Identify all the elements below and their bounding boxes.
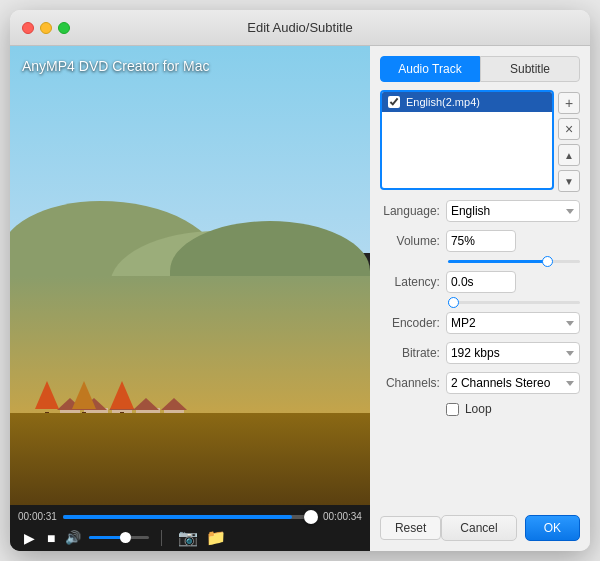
traffic-lights xyxy=(22,22,70,34)
language-select[interactable]: English xyxy=(446,200,580,222)
close-button[interactable] xyxy=(22,22,34,34)
scene-background xyxy=(10,46,370,505)
volume-slider-fill xyxy=(448,260,547,263)
main-content: AnyMP4 DVD Creator for Mac 00:00:31 00:0… xyxy=(10,46,590,551)
progress-thumb xyxy=(304,510,318,524)
time-end: 00:00:34 xyxy=(323,511,362,522)
track-checkbox[interactable] xyxy=(388,96,400,108)
encoder-row: Encoder: MP2 xyxy=(380,312,580,334)
progress-bar-row: 00:00:31 00:00:34 xyxy=(18,511,362,522)
track-list-container: English(2.mp4) + × ▲ ▼ xyxy=(380,90,580,192)
language-row: Language: English xyxy=(380,200,580,222)
track-list-buttons: + × ▲ ▼ xyxy=(558,90,580,192)
volume-input[interactable]: 75% xyxy=(447,231,516,251)
time-start: 00:00:31 xyxy=(18,511,57,522)
tab-audio-track[interactable]: Audio Track xyxy=(380,56,480,82)
cancel-button[interactable]: Cancel xyxy=(441,515,516,541)
add-track-button[interactable]: + xyxy=(558,92,580,114)
cam-icons: 📷 📁 xyxy=(178,528,226,547)
controls-row: ▶ ■ 🔊 📷 📁 xyxy=(18,528,362,547)
screenshot-icon[interactable]: 📷 xyxy=(178,528,198,547)
volume-icon: 🔊 xyxy=(65,530,81,545)
channels-label: Channels: xyxy=(380,376,440,390)
video-watermark: AnyMP4 DVD Creator for Mac xyxy=(22,58,210,74)
tab-bar: Audio Track Subtitle xyxy=(380,56,580,82)
bottom-buttons: Reset Cancel OK xyxy=(380,515,580,541)
loop-label: Loop xyxy=(465,402,492,416)
move-down-button[interactable]: ▼ xyxy=(558,170,580,192)
volume-thumb xyxy=(120,532,131,543)
volume-slider-thumb xyxy=(542,256,553,267)
encoder-select[interactable]: MP2 xyxy=(446,312,580,334)
language-label: Language: xyxy=(380,204,440,218)
bitrate-label: Bitrate: xyxy=(380,346,440,360)
ok-button[interactable]: OK xyxy=(525,515,580,541)
edit-audio-subtitle-window: Edit Audio/Subtitle xyxy=(10,10,590,551)
track-list: English(2.mp4) xyxy=(380,90,554,190)
channels-row: Channels: 2 Channels Stereo xyxy=(380,372,580,394)
volume-label: Volume: xyxy=(380,234,440,248)
maximize-button[interactable] xyxy=(58,22,70,34)
reset-button[interactable]: Reset xyxy=(380,516,441,540)
progress-fill xyxy=(63,515,292,519)
volume-slider[interactable] xyxy=(89,536,149,539)
divider xyxy=(161,530,162,546)
window-title: Edit Audio/Subtitle xyxy=(247,20,353,35)
minimize-button[interactable] xyxy=(40,22,52,34)
track-item[interactable]: English(2.mp4) xyxy=(382,92,552,112)
volume-spinbox[interactable]: 75% ▲ ▼ xyxy=(446,230,516,252)
move-up-button[interactable]: ▲ xyxy=(558,144,580,166)
loop-row: Loop xyxy=(380,402,580,416)
action-buttons: Cancel OK xyxy=(441,515,580,541)
bitrate-select[interactable]: 192 kbps xyxy=(446,342,580,364)
video-panel: AnyMP4 DVD Creator for Mac 00:00:31 00:0… xyxy=(10,46,370,551)
volume-row: Volume: 75% ▲ ▼ xyxy=(380,230,580,252)
progress-track[interactable] xyxy=(63,515,317,519)
latency-input[interactable]: 0.0s xyxy=(447,272,516,292)
latency-slider-row xyxy=(380,301,580,304)
video-area: AnyMP4 DVD Creator for Mac xyxy=(10,46,370,505)
tab-subtitle[interactable]: Subtitle xyxy=(480,56,580,82)
play-button[interactable]: ▶ xyxy=(22,529,37,547)
remove-track-button[interactable]: × xyxy=(558,118,580,140)
volume-slider-track[interactable] xyxy=(448,260,580,263)
latency-slider-thumb xyxy=(448,297,459,308)
track-label: English(2.mp4) xyxy=(406,96,480,108)
video-controls: 00:00:31 00:00:34 ▶ ■ 🔊 xyxy=(10,505,370,551)
folder-icon[interactable]: 📁 xyxy=(206,528,226,547)
volume-slider-row xyxy=(380,260,580,263)
channels-select[interactable]: 2 Channels Stereo xyxy=(446,372,580,394)
scene-ground xyxy=(10,413,370,505)
title-bar: Edit Audio/Subtitle xyxy=(10,10,590,46)
latency-slider-track[interactable] xyxy=(448,301,580,304)
encoder-label: Encoder: xyxy=(380,316,440,330)
video-preview: AnyMP4 DVD Creator for Mac xyxy=(10,46,370,505)
latency-spinbox[interactable]: 0.0s ▲ ▼ xyxy=(446,271,516,293)
right-panel: Audio Track Subtitle English(2.mp4) + × … xyxy=(370,46,590,551)
stop-button[interactable]: ■ xyxy=(45,529,57,547)
loop-checkbox[interactable] xyxy=(446,403,459,416)
bitrate-row: Bitrate: 192 kbps xyxy=(380,342,580,364)
latency-label: Latency: xyxy=(380,275,440,289)
latency-row: Latency: 0.0s ▲ ▼ xyxy=(380,271,580,293)
